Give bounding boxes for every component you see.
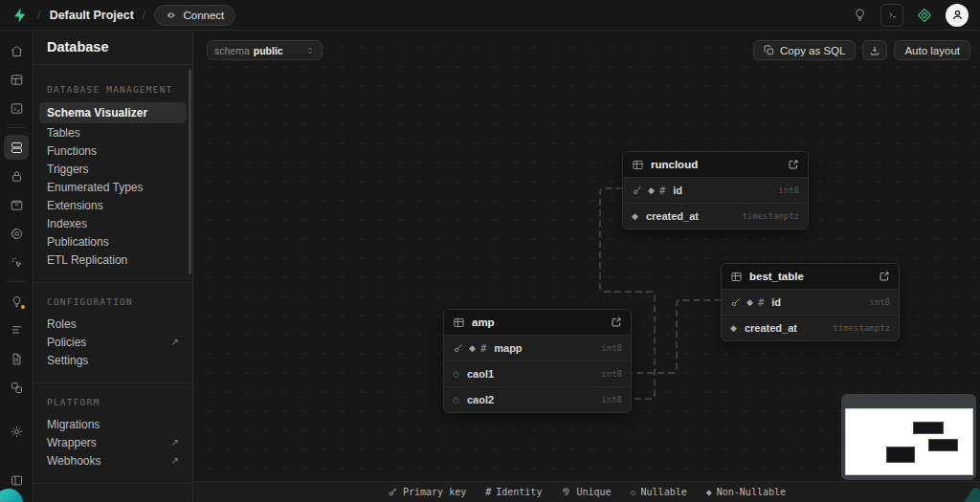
table-icon [453,316,465,329]
sidebar-item-schema-visualizer[interactable]: Schema Visualizer [39,102,187,123]
sidebar-bottom-divider [33,483,192,502]
settings-gear-icon[interactable] [4,419,29,444]
integrations-icon[interactable] [4,375,29,400]
column-type: int8 [778,186,799,195]
minimap-node-runcloud [913,422,944,434]
column-row[interactable]: ◇ caol1 int8 [444,360,631,386]
column-name: id [771,296,781,308]
command-terminal-icon[interactable] [880,4,903,27]
primary-key-icon [388,487,398,497]
table-node-amp[interactable]: amp ◆ # mapp int8 ◇ caol1 int8 ◇ c [443,309,632,413]
column-row[interactable]: ◆ # id int8 [722,289,899,315]
home-icon[interactable] [4,38,29,63]
primary-key-icon [632,185,643,196]
sidebar-item-etl-replication[interactable]: ETL Replication [47,251,179,269]
schema-visualizer-canvas[interactable]: schema public Copy as SQL Auto layout [193,31,980,502]
sidebar-item-extensions[interactable]: Extensions [47,196,179,214]
advisors-icon[interactable] [4,289,29,314]
identity-icon: # [758,296,764,308]
supabase-logo-icon[interactable] [11,7,29,24]
assistant-icon[interactable] [913,4,936,27]
table-icon [632,159,644,171]
copy-as-sql-button[interactable]: Copy as SQL [753,40,856,60]
database-icon[interactable] [4,135,29,160]
download-schema-button[interactable] [862,40,887,60]
sidebar-item-wrappers[interactable]: Wrappers↗ [47,433,179,451]
sidebar-item-settings[interactable]: Settings [47,351,179,369]
connect-button[interactable]: Connect [154,5,235,26]
table-node-best-table[interactable]: best_table ◆ # id int8 ◆ created_at time… [721,263,900,341]
open-table-icon[interactable] [879,271,890,282]
non-nullable-icon: ◆ [746,298,753,307]
minimap[interactable] [841,394,976,480]
external-link-icon: ↗ [171,455,179,466]
open-table-icon[interactable] [788,159,799,170]
section-heading-database-management: DATABASE MANAGEMENT [47,84,179,95]
user-avatar[interactable] [946,4,969,27]
edge-functions-icon[interactable] [4,221,29,246]
breadcrumb-separator: / [37,8,41,22]
minimap-node-amp [886,447,915,463]
breadcrumb-project[interactable]: Default Project [50,9,134,22]
advisors-notification-dot [20,304,26,310]
legend-identity: # Identity [485,487,542,497]
column-type: timestamptz [742,211,799,221]
column-name: caol2 [467,394,494,405]
chevron-updown-icon [305,46,315,55]
non-nullable-icon: ◆ [648,186,655,195]
sidebar-scrollbar[interactable] [189,69,191,274]
auto-layout-label: Auto layout [904,45,960,56]
sidebar-item-triggers[interactable]: Triggers [47,160,179,178]
sidebar-item-tables[interactable]: Tables [47,123,179,142]
feedback-lightbulb-icon[interactable] [848,4,871,27]
logs-icon[interactable] [4,317,29,342]
column-row[interactable]: ◆ created_at timestamptz [722,315,899,340]
section-heading-platform: PLATFORM [47,397,179,407]
minimap-viewport[interactable] [845,408,973,475]
sidebar-item-functions[interactable]: Functions [47,142,179,160]
schema-select[interactable]: schema public [207,40,323,60]
table-node-runcloud[interactable]: runcloud ◆ # id int8 ◆ created_at timest… [622,151,809,229]
api-docs-icon[interactable] [4,346,29,371]
sidebar-item-publications[interactable]: Publications [47,232,179,251]
external-link-icon: ↗ [171,337,179,347]
breadcrumb-separator: / [143,8,146,22]
sidebar-item-indexes[interactable]: Indexes [47,214,179,232]
minimap-node-best-table [928,439,958,451]
column-row[interactable]: ◆ # mapp int8 [444,335,631,360]
column-name: created_at [646,210,699,222]
column-type: int8 [869,297,890,307]
column-row[interactable]: ◆ # id int8 [623,177,808,203]
column-row[interactable]: ◇ caol2 int8 [444,386,631,412]
sidebar-divider [33,382,192,383]
storage-icon[interactable] [4,192,29,217]
realtime-icon[interactable] [4,250,29,274]
download-icon [869,45,880,56]
sidebar-item-roles[interactable]: Roles [47,315,179,333]
legend-unique: Unique [561,487,611,497]
schema-select-label: schema [214,45,250,56]
sidebar-divider [33,282,192,283]
schema-select-value: public [254,45,283,56]
table-editor-icon[interactable] [4,67,29,92]
non-nullable-icon: ◆ [632,212,638,221]
sidebar-item-policies[interactable]: Policies↗ [47,333,179,351]
sidebar-item-enumerated-types[interactable]: Enumerated Types [47,178,179,196]
table-icon [730,271,743,283]
plug-icon [166,10,177,21]
nav-rail [0,31,33,502]
column-name: mapp [494,342,522,354]
copy-as-sql-label: Copy as SQL [780,45,845,56]
auth-lock-icon[interactable] [4,164,29,188]
open-table-icon[interactable] [611,316,622,328]
edge-besttable-amp [632,300,721,373]
non-nullable-icon: ◆ [469,344,476,353]
sidebar-item-webhooks[interactable]: Webhooks↗ [47,451,179,469]
database-sidebar: Database DATABASE MANAGEMENT Schema Visu… [33,31,193,502]
top-bar: / Default Project / Connect [0,0,980,31]
auto-layout-button[interactable]: Auto layout [894,40,970,60]
sidebar-item-migrations[interactable]: Migrations [47,415,179,433]
column-row[interactable]: ◆ created_at timestamptz [623,203,808,229]
sql-editor-icon[interactable] [4,96,29,120]
column-type: int8 [601,395,622,404]
